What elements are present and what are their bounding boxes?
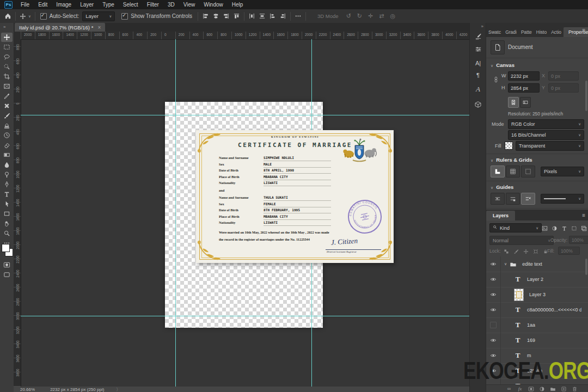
layer-visibility-eye-icon[interactable] xyxy=(486,333,501,348)
bit-depth-dropdown[interactable]: 16 Bits/Channel∨ xyxy=(508,130,584,140)
lock-guides-button[interactable] xyxy=(506,193,520,205)
snap-grid-button[interactable] xyxy=(521,166,535,177)
layer-row[interactable]: Tc8a0000000...<<<<<<0 d xyxy=(486,302,588,318)
filter-smart-object-icon[interactable] xyxy=(581,224,587,234)
pen-tool[interactable] xyxy=(1,180,13,189)
fill-swatch[interactable] xyxy=(505,142,513,150)
layers-tab[interactable]: Layers xyxy=(486,211,515,220)
close-icon[interactable]: × xyxy=(97,24,101,30)
eraser-tool[interactable] xyxy=(1,140,13,150)
quick-mask-button[interactable] xyxy=(1,260,13,270)
menu-help[interactable]: Help xyxy=(228,1,248,9)
delete-layer-icon[interactable] xyxy=(569,386,580,392)
ruler-units-dropdown[interactable]: Pixels∨ xyxy=(541,167,584,176)
dodge-tool[interactable] xyxy=(1,170,13,179)
menu-select[interactable]: Select xyxy=(119,1,143,9)
home-icon[interactable] xyxy=(4,13,11,20)
panel-tab-patte[interactable]: Patte xyxy=(519,27,534,37)
path-selection-tool[interactable] xyxy=(1,199,13,209)
layer-row[interactable]: Layer 3 xyxy=(486,287,588,303)
align-t-icon[interactable] xyxy=(233,13,240,20)
panel-tab-swatc[interactable]: Swatc xyxy=(486,27,503,37)
align-r-icon[interactable] xyxy=(223,13,230,20)
distribute-1-icon[interactable] xyxy=(248,13,255,20)
guide-horizontal[interactable] xyxy=(21,115,469,115)
brushes-panel-icon[interactable] xyxy=(471,44,485,54)
layer-row[interactable]: T1aa xyxy=(486,317,588,333)
layer-name[interactable]: 1aa xyxy=(527,322,535,328)
align-c-icon[interactable] xyxy=(212,13,219,20)
layer-thumbnail[interactable] xyxy=(514,289,524,301)
layers-scrollbar[interactable] xyxy=(585,259,587,275)
filter-adjustment-icon[interactable] xyxy=(552,224,558,234)
color-mode-dropdown[interactable]: RGB Color∨ xyxy=(508,119,584,129)
rectangle-tool[interactable] xyxy=(1,209,13,218)
lock-pixels-icon[interactable] xyxy=(513,247,519,256)
guides-section-header[interactable]: ∨Guides xyxy=(491,184,513,190)
menu-view[interactable]: View xyxy=(179,1,200,9)
distribute-4-icon[interactable] xyxy=(279,13,286,20)
ruler-origin-corner[interactable] xyxy=(14,32,21,40)
new-group-icon[interactable] xyxy=(547,386,558,392)
type-tool[interactable] xyxy=(1,189,13,199)
blur-tool[interactable] xyxy=(1,160,13,169)
landscape-orientation-button[interactable] xyxy=(520,97,531,108)
layer-row[interactable]: ∨edite text xyxy=(486,256,588,272)
move-tool-preset-icon[interactable] xyxy=(20,13,26,20)
3d-panel-icon[interactable] xyxy=(471,99,485,110)
show-transform-checkbox[interactable] xyxy=(121,13,128,20)
layer-name[interactable]: Layer 3 xyxy=(529,292,546,297)
glyphs-panel-icon[interactable]: A xyxy=(471,84,485,95)
group-expander-icon[interactable]: ∨ xyxy=(504,262,507,266)
character-panel-icon[interactable]: A| xyxy=(471,58,485,69)
clone-stamp-tool[interactable] xyxy=(1,121,13,130)
panel-tab-gradi[interactable]: Gradi xyxy=(503,27,519,37)
filter-image-icon[interactable] xyxy=(542,224,548,234)
guide-style-dropdown[interactable]: ∨ xyxy=(541,194,584,204)
toggle-rulers-button[interactable] xyxy=(491,166,505,177)
spot-healing-brush-tool[interactable] xyxy=(1,101,13,111)
layer-visibility-eye-icon[interactable] xyxy=(486,287,501,302)
brush-tool[interactable] xyxy=(1,111,13,120)
adjustment-layer-icon[interactable] xyxy=(536,386,547,392)
filter-type-icon[interactable] xyxy=(561,224,567,234)
panel-tab-histo[interactable]: Histo xyxy=(534,27,549,37)
vertical-ruler[interactable]: 8006004002000200400600800100012001400160… xyxy=(14,39,21,387)
crop-tool[interactable] xyxy=(1,72,13,81)
menu-image[interactable]: Image xyxy=(52,1,76,9)
object-selection-tool[interactable] xyxy=(1,62,13,71)
toggle-grid-button[interactable] xyxy=(506,166,520,177)
collapse-toolbar-icon[interactable]: » xyxy=(3,24,5,29)
height-input[interactable]: 2854 px xyxy=(508,83,540,93)
properties-scrollbar[interactable] xyxy=(585,81,587,111)
menu-edit[interactable]: Edit xyxy=(34,1,52,9)
menu-type[interactable]: Type xyxy=(98,1,119,9)
rulers-grids-section-header[interactable]: ∨Rulers & Grids xyxy=(491,157,532,163)
clear-guides-button[interactable] xyxy=(521,193,535,205)
layer-visibility-eye-icon[interactable] xyxy=(486,302,501,317)
panel-tab-actio[interactable]: Actio xyxy=(549,27,564,37)
foreground-color-swatch[interactable] xyxy=(2,244,10,252)
expand-panels-icon[interactable]: » xyxy=(481,24,483,29)
fill-dropdown[interactable]: Transparent∨ xyxy=(516,141,584,151)
width-input[interactable]: 2232 px xyxy=(508,71,540,81)
layer-row[interactable]: T169 xyxy=(486,333,588,348)
layer-row[interactable]: TLayer 2 xyxy=(486,272,588,287)
more-align-options-icon[interactable] xyxy=(295,13,302,20)
menu-filter[interactable]: Filter xyxy=(143,1,163,9)
lock-artboard-icon[interactable] xyxy=(533,247,538,256)
new-layer-icon[interactable] xyxy=(558,386,569,392)
lock-transparency-icon[interactable] xyxy=(504,247,509,256)
panel-menu-icon[interactable]: ≡ xyxy=(582,27,585,33)
history-brush-tool[interactable] xyxy=(1,131,13,140)
hand-tool[interactable] xyxy=(1,219,13,228)
layer-name[interactable]: edite text xyxy=(522,261,542,267)
guide-horizontal[interactable] xyxy=(21,316,469,316)
screen-mode-button[interactable] xyxy=(1,270,13,279)
guide-vertical[interactable] xyxy=(175,39,176,387)
layer-name[interactable]: Layer 2 xyxy=(527,277,543,282)
document-tab[interactable]: Italy id.psd @ 20.7% (RGB/16) * × xyxy=(15,23,105,32)
auto-select-target-dropdown[interactable]: Layer ∨ xyxy=(82,11,115,21)
menu-file[interactable]: File xyxy=(16,1,34,9)
move-tool[interactable] xyxy=(1,33,13,42)
